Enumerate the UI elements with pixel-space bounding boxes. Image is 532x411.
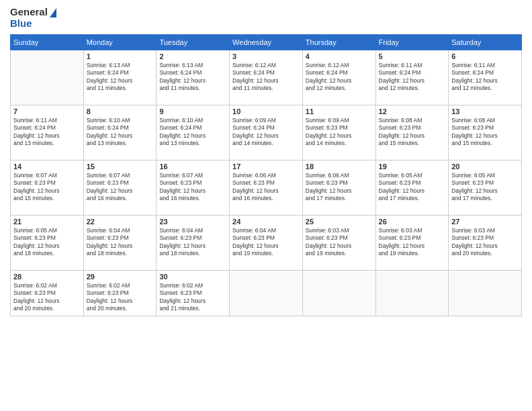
day-info: Sunrise: 6:02 AM Sunset: 6:23 PM Dayligh… (87, 282, 154, 313)
calendar-cell: 23Sunrise: 6:04 AM Sunset: 6:23 PM Dayli… (157, 216, 230, 271)
day-info: Sunrise: 6:03 AM Sunset: 6:23 PM Dayligh… (451, 227, 519, 258)
day-number: 9 (159, 107, 226, 116)
calendar-cell: 15Sunrise: 6:07 AM Sunset: 6:23 PM Dayli… (83, 161, 157, 216)
calendar-cell: 11Sunrise: 6:09 AM Sunset: 6:23 PM Dayli… (302, 105, 375, 161)
calendar-cell: 9Sunrise: 6:10 AM Sunset: 6:24 PM Daylig… (157, 105, 230, 161)
calendar-cell: 28Sunrise: 6:02 AM Sunset: 6:23 PM Dayli… (11, 271, 84, 316)
calendar-cell: 30Sunrise: 6:02 AM Sunset: 6:23 PM Dayli… (157, 271, 230, 316)
day-number: 8 (87, 107, 154, 116)
calendar-cell (375, 271, 449, 316)
page-header: General Blue (10, 7, 522, 29)
day-number: 22 (87, 218, 154, 226)
calendar-cell: 6Sunrise: 6:11 AM Sunset: 6:24 PM Daylig… (449, 50, 522, 105)
calendar-cell: 8Sunrise: 6:10 AM Sunset: 6:24 PM Daylig… (83, 105, 157, 161)
day-info: Sunrise: 6:06 AM Sunset: 6:23 PM Dayligh… (232, 172, 300, 203)
day-header-saturday: Saturday (449, 35, 522, 50)
day-number: 12 (379, 107, 446, 116)
day-number: 6 (451, 52, 519, 60)
day-number: 27 (451, 218, 519, 226)
calendar-header-row: SundayMondayTuesdayWednesdayThursdayFrid… (11, 35, 522, 50)
day-info: Sunrise: 6:04 AM Sunset: 6:23 PM Dayligh… (232, 227, 300, 258)
day-header-tuesday: Tuesday (157, 35, 230, 50)
calendar-cell: 10Sunrise: 6:09 AM Sunset: 6:24 PM Dayli… (230, 105, 303, 161)
calendar-cell: 29Sunrise: 6:02 AM Sunset: 6:23 PM Dayli… (83, 271, 157, 316)
calendar-week-2: 7Sunrise: 6:11 AM Sunset: 6:24 PM Daylig… (11, 105, 522, 161)
day-info: Sunrise: 6:13 AM Sunset: 6:24 PM Dayligh… (87, 62, 154, 93)
calendar-cell (11, 50, 84, 105)
day-number: 16 (159, 163, 226, 171)
day-number: 4 (306, 52, 373, 60)
day-number: 7 (13, 107, 81, 116)
day-info: Sunrise: 6:10 AM Sunset: 6:24 PM Dayligh… (159, 117, 226, 148)
calendar-cell: 7Sunrise: 6:11 AM Sunset: 6:24 PM Daylig… (11, 105, 84, 161)
calendar-week-4: 21Sunrise: 6:05 AM Sunset: 6:23 PM Dayli… (11, 216, 522, 271)
calendar-week-3: 14Sunrise: 6:07 AM Sunset: 6:23 PM Dayli… (11, 161, 522, 216)
day-info: Sunrise: 6:09 AM Sunset: 6:24 PM Dayligh… (232, 117, 300, 148)
day-info: Sunrise: 6:11 AM Sunset: 6:24 PM Dayligh… (379, 62, 446, 93)
calendar-week-1: 1Sunrise: 6:13 AM Sunset: 6:24 PM Daylig… (11, 50, 522, 105)
calendar-cell: 17Sunrise: 6:06 AM Sunset: 6:23 PM Dayli… (230, 161, 303, 216)
calendar-cell: 22Sunrise: 6:04 AM Sunset: 6:23 PM Dayli… (83, 216, 157, 271)
calendar-cell: 14Sunrise: 6:07 AM Sunset: 6:23 PM Dayli… (11, 161, 84, 216)
day-number: 5 (379, 52, 446, 60)
day-info: Sunrise: 6:07 AM Sunset: 6:23 PM Dayligh… (87, 172, 154, 203)
calendar-cell: 3Sunrise: 6:12 AM Sunset: 6:24 PM Daylig… (230, 50, 303, 105)
day-info: Sunrise: 6:04 AM Sunset: 6:23 PM Dayligh… (159, 227, 226, 258)
day-info: Sunrise: 6:08 AM Sunset: 6:23 PM Dayligh… (379, 117, 446, 148)
day-info: Sunrise: 6:03 AM Sunset: 6:23 PM Dayligh… (306, 227, 373, 258)
calendar-cell: 24Sunrise: 6:04 AM Sunset: 6:23 PM Dayli… (230, 216, 303, 271)
day-info: Sunrise: 6:07 AM Sunset: 6:23 PM Dayligh… (13, 172, 81, 203)
day-header-sunday: Sunday (11, 35, 84, 50)
calendar-cell (302, 271, 375, 316)
day-number: 23 (159, 218, 226, 226)
day-number: 10 (232, 107, 300, 116)
calendar-cell: 12Sunrise: 6:08 AM Sunset: 6:23 PM Dayli… (375, 105, 449, 161)
day-header-friday: Friday (375, 35, 449, 50)
day-info: Sunrise: 6:05 AM Sunset: 6:23 PM Dayligh… (13, 227, 81, 258)
day-info: Sunrise: 6:03 AM Sunset: 6:23 PM Dayligh… (379, 227, 446, 258)
day-number: 20 (451, 163, 519, 171)
day-info: Sunrise: 6:06 AM Sunset: 6:23 PM Dayligh… (306, 172, 373, 203)
day-info: Sunrise: 6:09 AM Sunset: 6:23 PM Dayligh… (306, 117, 373, 148)
calendar-cell: 18Sunrise: 6:06 AM Sunset: 6:23 PM Dayli… (302, 161, 375, 216)
day-number: 14 (13, 163, 81, 171)
calendar-cell: 13Sunrise: 6:08 AM Sunset: 6:23 PM Dayli… (449, 105, 522, 161)
calendar-cell (449, 271, 522, 316)
calendar-week-5: 28Sunrise: 6:02 AM Sunset: 6:23 PM Dayli… (11, 271, 522, 316)
calendar-cell: 5Sunrise: 6:11 AM Sunset: 6:24 PM Daylig… (375, 50, 449, 105)
calendar-cell: 26Sunrise: 6:03 AM Sunset: 6:23 PM Dayli… (375, 216, 449, 271)
day-number: 26 (379, 218, 446, 226)
calendar-cell: 25Sunrise: 6:03 AM Sunset: 6:23 PM Dayli… (302, 216, 375, 271)
day-header-thursday: Thursday (302, 35, 375, 50)
day-number: 17 (232, 163, 300, 171)
day-number: 1 (87, 52, 154, 60)
day-number: 21 (13, 218, 81, 226)
calendar-cell: 21Sunrise: 6:05 AM Sunset: 6:23 PM Dayli… (11, 216, 84, 271)
calendar-cell: 1Sunrise: 6:13 AM Sunset: 6:24 PM Daylig… (83, 50, 157, 105)
day-info: Sunrise: 6:13 AM Sunset: 6:24 PM Dayligh… (159, 62, 226, 93)
day-info: Sunrise: 6:02 AM Sunset: 6:23 PM Dayligh… (13, 282, 81, 313)
day-number: 25 (306, 218, 373, 226)
day-info: Sunrise: 6:07 AM Sunset: 6:23 PM Dayligh… (159, 172, 226, 203)
day-number: 2 (159, 52, 226, 60)
calendar-cell: 4Sunrise: 6:12 AM Sunset: 6:24 PM Daylig… (302, 50, 375, 105)
day-number: 24 (232, 218, 300, 226)
day-info: Sunrise: 6:04 AM Sunset: 6:23 PM Dayligh… (87, 227, 154, 258)
calendar-cell: 19Sunrise: 6:05 AM Sunset: 6:23 PM Dayli… (375, 161, 449, 216)
day-number: 3 (232, 52, 300, 60)
day-info: Sunrise: 6:11 AM Sunset: 6:24 PM Dayligh… (451, 62, 519, 93)
calendar-cell: 16Sunrise: 6:07 AM Sunset: 6:23 PM Dayli… (157, 161, 230, 216)
day-header-monday: Monday (83, 35, 157, 50)
calendar-cell: 2Sunrise: 6:13 AM Sunset: 6:24 PM Daylig… (157, 50, 230, 105)
day-number: 11 (306, 107, 373, 116)
day-info: Sunrise: 6:02 AM Sunset: 6:23 PM Dayligh… (159, 282, 226, 313)
calendar-cell: 20Sunrise: 6:05 AM Sunset: 6:23 PM Dayli… (449, 161, 522, 216)
logo-text: General Blue (10, 7, 56, 29)
day-number: 29 (87, 273, 154, 281)
day-info: Sunrise: 6:12 AM Sunset: 6:24 PM Dayligh… (306, 62, 373, 93)
day-info: Sunrise: 6:10 AM Sunset: 6:24 PM Dayligh… (87, 117, 154, 148)
day-info: Sunrise: 6:12 AM Sunset: 6:24 PM Dayligh… (232, 62, 300, 93)
day-header-wednesday: Wednesday (230, 35, 303, 50)
logo: General Blue (10, 7, 56, 29)
day-info: Sunrise: 6:05 AM Sunset: 6:23 PM Dayligh… (379, 172, 446, 203)
